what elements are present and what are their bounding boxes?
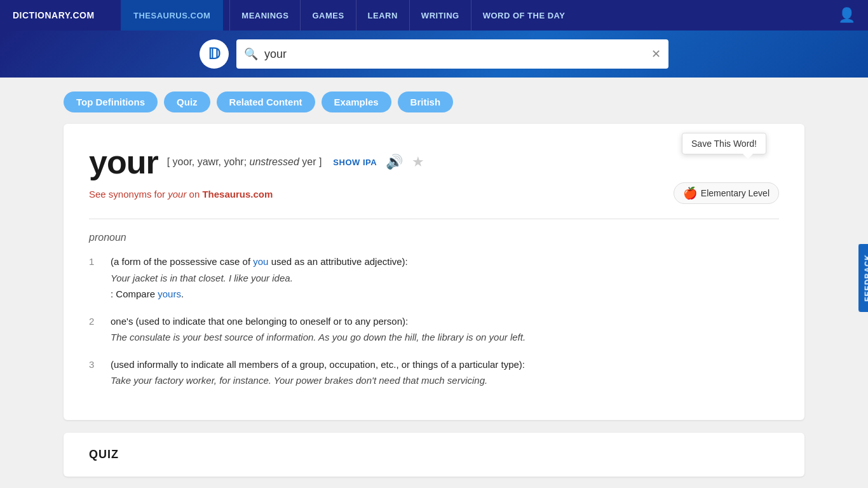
level-label: Elementary Level bbox=[701, 188, 770, 198]
quiz-title: QUIZ bbox=[89, 448, 779, 461]
definition-card: Save This Word! your [ yoor, yawr, yohr;… bbox=[64, 124, 804, 420]
site-logo[interactable]: 𝔻 bbox=[200, 39, 229, 69]
show-ipa-button[interactable]: SHOW IPA bbox=[333, 158, 377, 167]
tab-quiz[interactable]: Quiz bbox=[164, 92, 210, 112]
audio-icon[interactable]: 🔊 bbox=[386, 154, 403, 170]
apple-icon: 🍎 bbox=[683, 186, 697, 200]
definition-item: 1 (a form of the possessive case of you … bbox=[89, 255, 779, 302]
def-example-1: Your jacket is in that closet. I like yo… bbox=[111, 271, 408, 286]
tabs-area: Top Definitions Quiz Related Content Exa… bbox=[0, 78, 868, 124]
def-body-1: (a form of the possessive case of you us… bbox=[111, 255, 408, 302]
pronunciation-text: yoor, yawr, yohr; unstressed yer bbox=[173, 156, 316, 167]
definition-item: 3 (used informally to indicate all membe… bbox=[89, 358, 779, 388]
user-icon[interactable]: 👤 bbox=[838, 7, 855, 24]
def-example-2: The consulate is your best source of inf… bbox=[111, 330, 526, 345]
nav-links: MEANINGS GAMES LEARN WRITING WORD OF THE… bbox=[229, 0, 576, 30]
def-link-you[interactable]: you bbox=[253, 256, 268, 267]
save-star-icon[interactable]: ★ bbox=[412, 154, 424, 170]
dictionary-brand[interactable]: DICTIONARY.COM bbox=[0, 0, 121, 30]
top-navigation: DICTIONARY.COM THESAURUS.COM MEANINGS GA… bbox=[0, 0, 868, 30]
definition-item: 2 one's (used to indicate that one belon… bbox=[89, 315, 779, 345]
divider bbox=[89, 219, 779, 219]
def-example-3: Take your factory worker, for instance. … bbox=[111, 374, 525, 388]
nav-writing[interactable]: WRITING bbox=[409, 0, 471, 30]
def-body-3: (used informally to indicate all members… bbox=[111, 358, 525, 388]
synonyms-prefix: See synonyms for bbox=[89, 189, 168, 200]
def-text-1b: used as an attributive adjective): bbox=[268, 256, 407, 267]
def-text-3: (used informally to indicate all members… bbox=[111, 359, 525, 370]
search-input[interactable] bbox=[264, 48, 651, 61]
quiz-card: QUIZ bbox=[64, 433, 804, 477]
search-area: 𝔻 🔍 ✕ bbox=[0, 30, 868, 78]
search-box: 🔍 ✕ bbox=[236, 39, 668, 69]
nav-word-of-the-day[interactable]: WORD OF THE DAY bbox=[471, 0, 577, 30]
nav-learn[interactable]: LEARN bbox=[356, 0, 409, 30]
word-title: your bbox=[89, 143, 158, 181]
save-tooltip: Save This Word! bbox=[682, 133, 766, 154]
tab-examples[interactable]: Examples bbox=[322, 92, 391, 112]
clear-icon[interactable]: ✕ bbox=[651, 47, 661, 61]
part-of-speech: pronoun bbox=[89, 232, 779, 243]
synonyms-link: See synonyms for your on Thesaurus.com bbox=[89, 189, 273, 200]
word-header: your [ yoor, yawr, yohr; unstressed yer … bbox=[89, 143, 779, 181]
feedback-tab[interactable]: FEEDBACK bbox=[858, 244, 868, 312]
synonyms-word[interactable]: your bbox=[168, 189, 186, 200]
nav-meanings[interactable]: MEANINGS bbox=[229, 0, 300, 30]
main-content: Save This Word! your [ yoor, yawr, yohr;… bbox=[0, 124, 868, 477]
def-number-3: 3 bbox=[89, 358, 100, 388]
def-text-1a: (a form of the possessive case of bbox=[111, 256, 253, 267]
thesaurus-link[interactable]: Thesaurus.com bbox=[202, 189, 273, 200]
save-tooltip-text: Save This Word! bbox=[691, 139, 757, 149]
logo-letter: 𝔻 bbox=[208, 45, 220, 63]
def-text-2: one's (used to indicate that one belongi… bbox=[111, 316, 408, 327]
level-badge: 🍎 Elementary Level bbox=[674, 182, 779, 204]
def-number-1: 1 bbox=[89, 255, 100, 302]
def-number-2: 2 bbox=[89, 315, 100, 345]
definitions-list: 1 (a form of the possessive case of you … bbox=[89, 255, 779, 388]
tab-top-definitions[interactable]: Top Definitions bbox=[64, 92, 158, 112]
feedback-label: FEEDBACK bbox=[864, 254, 868, 302]
def-body-2: one's (used to indicate that one belongi… bbox=[111, 315, 526, 345]
synonyms-mid: on bbox=[186, 189, 202, 200]
nav-games[interactable]: GAMES bbox=[300, 0, 355, 30]
thesaurus-brand[interactable]: THESAURUS.COM bbox=[121, 0, 223, 30]
pronunciation: [ yoor, yawr, yohr; unstressed yer ] bbox=[167, 156, 322, 168]
def-link-yours[interactable]: yours bbox=[158, 288, 181, 299]
search-icon: 🔍 bbox=[244, 47, 258, 61]
tab-related-content[interactable]: Related Content bbox=[217, 92, 315, 112]
tab-british[interactable]: British bbox=[398, 92, 454, 112]
def-compare-1: : Compare yours. bbox=[111, 287, 408, 302]
